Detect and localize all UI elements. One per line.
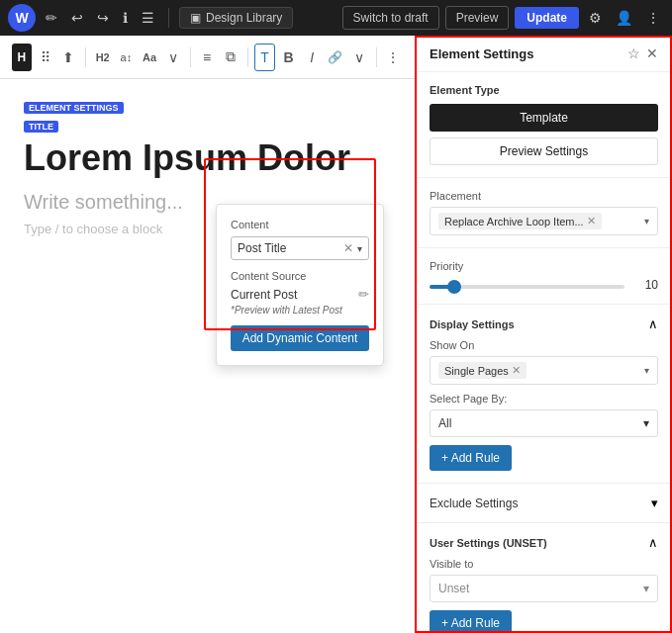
display-settings-section: Display Settings ∧ Show On Single Pages … (416, 305, 672, 484)
wp-logo-icon[interactable]: W (8, 4, 36, 32)
update-button[interactable]: Update (515, 7, 579, 29)
show-on-arrow-icon[interactable]: ▾ (644, 365, 649, 376)
editor-toolbar: H ⠿ ⬆ H2 a↕ Aa ∨ ≡ ⧉ T B I 🔗 ∨ ⋮ (0, 36, 415, 79)
priority-slider-container (430, 277, 624, 292)
copy-button[interactable]: ⧉ (221, 44, 240, 71)
remove-show-on-icon[interactable]: ✕ (512, 364, 521, 377)
post-title-value: Post Title (238, 241, 339, 255)
priority-label: Priority (430, 260, 658, 272)
user-icon[interactable]: 👤 (612, 6, 636, 30)
switch-draft-button[interactable]: Switch to draft (342, 6, 439, 30)
show-on-label: Show On (430, 339, 658, 351)
add-dynamic-content-button[interactable]: Add Dynamic Content (231, 325, 369, 351)
close-panel-icon[interactable]: ✕ (646, 45, 658, 61)
main-layout: H ⠿ ⬆ H2 a↕ Aa ∨ ≡ ⧉ T B I 🔗 ∨ ⋮ Element… (0, 36, 672, 633)
user-settings-label: User Settings (UNSET) (430, 537, 547, 549)
visible-to-dropdown[interactable]: Unset ▾ (430, 575, 658, 602)
move-button[interactable]: ⬆ (58, 44, 78, 71)
text-editor-button[interactable]: T (254, 44, 274, 71)
exclude-settings-row[interactable]: Exclude Settings ▾ (430, 496, 658, 510)
placement-label: Placement (430, 190, 658, 202)
top-bar: W ✏ ↩ ↪ ℹ ☰ ▣ Design Library Switch to d… (0, 0, 672, 36)
unset-value: Unset (438, 582, 469, 595)
preview-note: *Preview with Latest Post (231, 305, 369, 316)
panel-title: Element Settings (430, 46, 533, 61)
page-title: Lorem Ipsum Dolor (24, 136, 391, 179)
content-popup: Content Post Title ✕ ▾ Content Source Cu… (216, 204, 384, 366)
text-style-button[interactable]: Aa (140, 44, 159, 71)
exclude-chevron-icon[interactable]: ▾ (651, 496, 658, 510)
current-post-value: Current Post (231, 288, 297, 302)
template-button[interactable]: Template (430, 104, 658, 132)
design-library-button[interactable]: ▣ Design Library (179, 7, 293, 29)
show-on-tag: Single Pages ✕ (438, 362, 527, 379)
design-library-icon: ▣ (190, 11, 201, 25)
more-options-icon[interactable]: ⋮ (642, 6, 664, 30)
clear-post-title-icon[interactable]: ✕ (343, 241, 353, 255)
redo-icon[interactable]: ↪ (93, 6, 113, 30)
chevron-down-button[interactable]: ∨ (163, 44, 183, 71)
title-label: TITLE (24, 121, 58, 133)
priority-range-input[interactable] (430, 285, 624, 289)
edit-source-icon[interactable]: ✏ (358, 287, 369, 302)
preview-settings-button[interactable]: Preview Settings (430, 137, 658, 165)
placement-section: Placement Replace Archive Loop Item... ✕… (416, 178, 672, 248)
drag-handle[interactable]: ⠿ (36, 44, 55, 71)
placement-arrow-icon[interactable]: ▾ (644, 216, 649, 226)
star-icon[interactable]: ☆ (627, 45, 640, 61)
preview-button[interactable]: Preview (445, 6, 510, 30)
edit-icon[interactable]: ✏ (42, 6, 61, 30)
exclude-settings-section: Exclude Settings ▾ (416, 484, 672, 523)
link-button[interactable]: 🔗 (326, 44, 345, 71)
settings-icon[interactable]: ⚙ (585, 6, 606, 30)
remove-placement-icon[interactable]: ✕ (587, 215, 596, 227)
select-page-by-value: All (438, 416, 451, 430)
unset-chevron-icon[interactable]: ▾ (643, 582, 649, 595)
post-title-select[interactable]: Post Title ✕ ▾ (231, 236, 369, 260)
add-rule-button[interactable]: + Add Rule (430, 445, 512, 471)
list-view-icon[interactable]: ☰ (138, 6, 158, 30)
block-icon-button[interactable]: H (12, 44, 32, 71)
align-button[interactable]: ≡ (197, 44, 217, 71)
toolbar-divider (168, 8, 169, 28)
undo-icon[interactable]: ↩ (67, 6, 87, 30)
show-on-select[interactable]: Single Pages ✕ ▾ (430, 356, 658, 385)
editor-content: Element Settings TITLE Lorem Ipsum Dolor… (0, 79, 415, 256)
placement-select[interactable]: Replace Archive Loop Item... ✕ ▾ (430, 207, 658, 235)
element-type-section: Element Type Template Preview Settings (416, 72, 672, 178)
heading-size-button[interactable]: a↕ (117, 44, 137, 71)
priority-value: 10 (634, 278, 658, 292)
select-page-by-label: Select Page By: (430, 393, 658, 405)
heading-h2-button[interactable]: H2 (93, 44, 113, 71)
right-panel: Element Settings ☆ ✕ Element Type Templa… (415, 36, 672, 633)
show-on-value: Single Pages (444, 365, 509, 377)
info-icon[interactable]: ℹ (119, 6, 132, 30)
post-title-arrow-icon[interactable]: ▾ (357, 243, 362, 254)
exclude-settings-label: Exclude Settings (430, 497, 518, 510)
display-settings-label: Display Settings (430, 318, 515, 330)
content-label: Content (231, 219, 369, 230)
italic-button[interactable]: I (302, 44, 322, 71)
placement-tag: Replace Archive Loop Item... ✕ (438, 213, 602, 229)
source-label: Content Source (231, 270, 369, 282)
user-settings-header[interactable]: User Settings (UNSET) ∧ (430, 535, 658, 550)
select-page-by-chevron-icon[interactable]: ▾ (643, 416, 649, 430)
source-row: Current Post ✏ (231, 287, 369, 302)
element-type-label: Element Type (430, 84, 658, 96)
priority-section: Priority 10 (416, 248, 672, 305)
display-settings-chevron-icon[interactable]: ∧ (648, 316, 658, 331)
more-rich-text-button[interactable]: ∨ (349, 44, 369, 71)
editor-area: H ⠿ ⬆ H2 a↕ Aa ∨ ≡ ⧉ T B I 🔗 ∨ ⋮ Element… (0, 36, 415, 633)
block-options-button[interactable]: ⋮ (383, 44, 403, 71)
user-settings-chevron-icon[interactable]: ∧ (648, 535, 658, 550)
priority-row: 10 (430, 277, 658, 292)
panel-header-icons: ☆ ✕ (627, 45, 658, 61)
display-settings-header[interactable]: Display Settings ∧ (430, 316, 658, 331)
placement-value: Replace Archive Loop Item... (444, 216, 584, 227)
bold-button[interactable]: B (279, 44, 299, 71)
visible-to-label: Visible to (430, 558, 658, 570)
add-rule-button-2[interactable]: + Add Rule (430, 610, 512, 633)
title-badge: Element Settings (24, 102, 124, 114)
select-page-by-dropdown[interactable]: All ▾ (430, 409, 658, 437)
user-settings-section: User Settings (UNSET) ∧ Visible to Unset… (416, 523, 672, 633)
